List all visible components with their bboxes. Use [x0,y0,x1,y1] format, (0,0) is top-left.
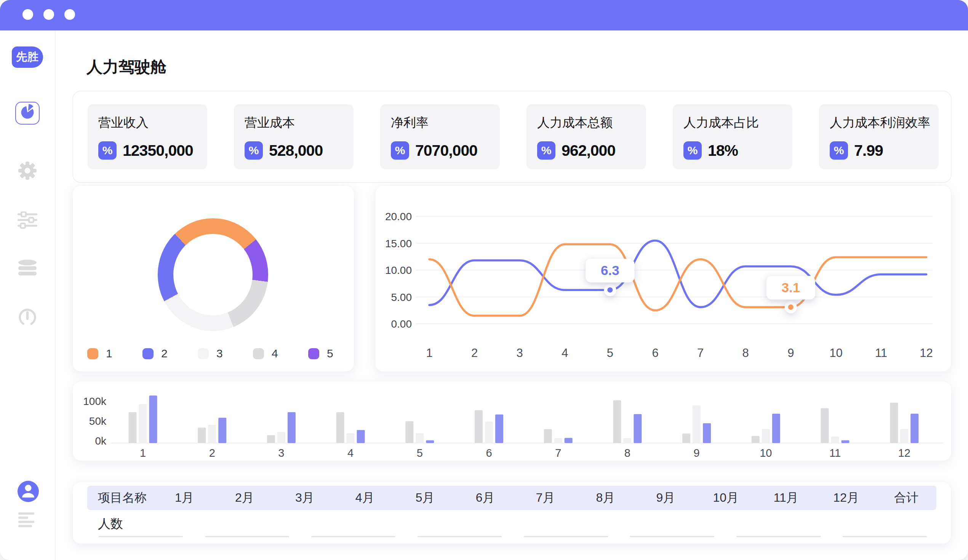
y-tick-label: 0k [95,435,107,447]
window-control-maximize-icon[interactable] [65,9,75,20]
sidebar-item-performance[interactable] [15,307,40,330]
bar-gray-bar[interactable] [544,429,552,443]
x-tick-label: 1 [140,447,146,459]
bar-light-bar[interactable] [623,439,631,443]
kpi-value: 7.99 [854,142,883,160]
table-input-line[interactable] [311,536,395,537]
y-tick-label: 0.00 [391,318,412,330]
x-tick-label: 3 [278,447,284,459]
table-header-cell: 2月 [214,490,275,506]
bar-gray-bar[interactable] [405,421,413,443]
window-control-close-icon[interactable] [23,9,33,20]
bar-gray-bar[interactable] [613,400,621,443]
table-input-line[interactable] [418,536,502,537]
bar-gray-bar[interactable] [475,410,483,443]
sidebar-item-filters[interactable] [15,210,40,232]
x-tick-label: 12 [920,346,933,360]
legend-item-4[interactable]: 4 [253,347,308,360]
bar-light-bar[interactable] [346,433,355,443]
bar-gray-bar[interactable] [129,412,137,443]
table-header-cell: 4月 [335,490,395,506]
bar-light-bar[interactable] [139,404,147,443]
percent-icon: % [830,141,848,160]
table-header-cell: 12月 [816,490,876,506]
x-tick-label: 9 [694,447,700,459]
kpi-label: 人力成本占比 [683,114,792,131]
kpi-value: 528,000 [269,142,323,160]
percent-icon: % [391,141,409,160]
bar-purple-bar[interactable] [703,423,711,443]
x-tick-label: 7 [697,346,704,360]
table-input-line[interactable] [524,536,608,537]
table-header-row: 项目名称1月2月3月4月5月6月7月8月9月10月11月12月合计 [87,486,937,510]
kpi-panel: 营业收入%12350,000营业成本%528,000净利率%7070,000人力… [72,91,951,183]
bar-light-bar[interactable] [485,422,493,443]
sidebar-item-profile[interactable] [18,481,39,502]
bar-purple-bar[interactable] [218,418,226,443]
kpi-label: 营业收入 [98,114,207,131]
table-input-line[interactable] [630,536,714,537]
bar-light-bar[interactable] [208,425,216,443]
bar-gray-bar[interactable] [267,435,275,443]
legend-swatch [87,348,98,359]
table-header-cell: 7月 [515,490,576,506]
x-tick-label: 5 [607,346,613,360]
kpi-value: 7070,000 [415,142,477,160]
bar-light-bar[interactable] [831,437,839,443]
bar-purple-bar[interactable] [149,396,157,443]
sliders-icon [17,211,38,230]
percent-icon: % [245,141,263,160]
sidebar-item-settings[interactable] [15,160,40,183]
bar-light-bar[interactable] [900,429,908,443]
bar-light-bar[interactable] [762,429,770,443]
app-window: 先胜 人 [0,0,968,560]
x-tick-label: 6 [652,346,658,360]
bar-purple-bar[interactable] [772,414,780,443]
bar-gray-bar[interactable] [682,434,690,443]
bar-gray-bar[interactable] [821,408,829,443]
bar-light-bar[interactable] [277,432,285,443]
bar-purple-bar[interactable] [910,414,918,443]
bar-gray-bar[interactable] [752,436,760,443]
gear-icon [18,161,37,182]
sidebar-item-menu[interactable] [15,510,40,533]
kpi-card-4: 人力成本总额%962,000 [527,104,646,169]
bar-light-bar[interactable] [693,405,701,443]
legend-swatch [308,348,319,359]
sidebar-item-data[interactable] [15,257,40,280]
pie-chart-icon [19,104,36,123]
legend-item-1[interactable]: 1 [87,347,143,360]
bar-purple-bar[interactable] [565,438,573,443]
bar-purple-bar[interactable] [842,441,850,443]
table-header-cell: 5月 [395,490,455,506]
legend-item-5[interactable]: 5 [308,347,363,360]
bar-purple-bar[interactable] [495,414,503,443]
bar-light-bar[interactable] [416,433,424,443]
table-header-cell: 9月 [635,490,696,506]
x-tick-label: 11 [875,346,887,360]
app-logo[interactable]: 先胜 [12,46,43,68]
table-input-line[interactable] [99,536,183,537]
bar-gray-bar[interactable] [890,403,898,443]
legend-item-2[interactable]: 2 [143,347,198,360]
data-point-dot [607,287,613,293]
bar-light-bar[interactable] [554,439,562,443]
table-input-line[interactable] [843,536,927,537]
bar-chart-card: 0k50k100k123456789101112 [72,381,951,461]
legend-item-3[interactable]: 3 [198,347,253,360]
x-tick-label: 4 [562,346,568,360]
bar-gray-bar[interactable] [336,412,345,443]
y-tick-label: 100k [83,396,107,407]
bar-gray-bar[interactable] [198,427,206,443]
table-input-line[interactable] [736,536,820,537]
bar-purple-bar[interactable] [426,441,434,443]
percent-icon: % [537,141,555,160]
bar-purple-bar[interactable] [633,414,641,443]
window-control-minimize-icon[interactable] [43,9,54,20]
sidebar-item-dashboard[interactable] [15,102,40,124]
page-title: 人力驾驶舱 [86,56,166,78]
bar-purple-bar[interactable] [357,430,365,443]
tooltip-value: 3.1 [781,280,800,295]
table-input-line[interactable] [205,536,289,537]
bar-purple-bar[interactable] [288,412,296,443]
